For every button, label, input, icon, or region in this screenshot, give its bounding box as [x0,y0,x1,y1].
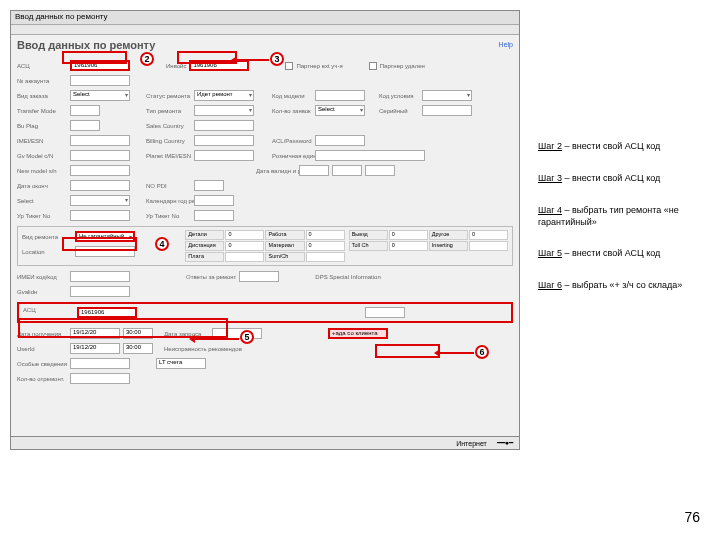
imeicode-label: ИМЕИ код/код [17,274,67,280]
transmode-input[interactable] [70,105,100,116]
calyear-label: Календарн год рем [146,198,191,204]
aclfw-input[interactable] [315,135,365,146]
ordertype-select[interactable]: Select [70,90,130,101]
step-2-text: Шаг 2 – внести свой АСЦ код [538,140,660,152]
extra-input1[interactable] [365,307,405,318]
userid-input[interactable]: 19/12/20 [70,343,120,354]
step-2-body: – внести свой АСЦ код [562,141,660,151]
pdateof-input3[interactable] [365,165,395,176]
step-6-body: – выбрать «+ з/ч со склада» [562,280,682,290]
pticket-input[interactable] [70,210,130,221]
statusbar-internet: Интернет [456,440,487,447]
topasc-input[interactable]: 1961906 [77,307,137,318]
gvmodel-input[interactable] [70,150,130,161]
step-5-text: Шаг 5 – внести свой АСЦ код [538,247,660,259]
th-toll: Toll Ch [349,241,388,251]
step-3-text: Шаг 3 – внести свой АСЦ код [538,172,660,184]
imei-input[interactable] [70,135,130,146]
deleted-chk[interactable] [369,62,377,70]
status-select[interactable]: Идет ремонт [194,90,254,101]
cost-table2: Выезд 0 Другое 0 Toll Ch 0 Inserting [349,230,508,251]
serial-input[interactable] [422,105,472,116]
annotation-5-highlight [18,318,228,338]
td-3-1 [225,252,264,262]
dateend-input[interactable] [70,180,130,191]
add-button[interactable]: +ада со клиента [328,328,388,339]
special2-label: Особые сведения [17,361,67,367]
nopdi-input[interactable] [194,180,224,191]
repairtype-select[interactable] [194,105,254,116]
nopdi-label: NO PDI [146,183,191,189]
ptwindow-input[interactable] [315,150,425,161]
annotation-5-arrow [195,338,239,340]
gvalid-input[interactable] [70,286,130,297]
annotation-6-arrow [440,352,474,354]
select-select[interactable] [70,195,130,206]
annotation-2-bubble: 2 [140,52,154,66]
pdateof-input1[interactable] [299,165,329,176]
help-link[interactable]: Help [499,41,513,48]
annotation-5-bubble: 5 [240,330,254,344]
repairtype-label: Тип ремонта [146,108,191,114]
salescountry-input[interactable] [194,120,254,131]
gvmodel-label: Gv Model c/N [17,153,67,159]
annotation-3-arrow [237,59,269,61]
breakd-label: Неисправность рекомендов [164,346,242,352]
userid-label: UserId [17,346,67,352]
ptwindow-label: Розничная единица [272,153,312,159]
pticket-label: Ур Тикет No [17,213,67,219]
app-window: Ввод данных по ремонту Ввод данных по ре… [10,10,520,445]
planet-input[interactable] [194,150,254,161]
annotation-4-bubble: 4 [155,237,169,251]
buplag-label: Bu Plag [17,123,67,129]
toolbar [11,25,519,35]
status-label: Статус ремонта [146,93,191,99]
salesqty-label: Кол-во заявок [272,108,312,114]
pdateof-input2[interactable] [332,165,362,176]
kodmodel-input[interactable] [315,90,365,101]
countrepair-input[interactable] [70,373,130,384]
buplag-input[interactable] [70,120,100,131]
statusbar-zoom-indicator: ━━●━ [497,439,513,447]
kodmodel-label: Код модели [272,93,312,99]
salesqty-select[interactable]: Select [315,105,365,116]
special2-input[interactable] [70,358,130,369]
td2-2: 0 [469,230,508,240]
ltcount-btn[interactable]: LT счета [156,358,206,369]
td-2-2: 0 [306,241,345,251]
billcountry-input[interactable] [194,135,254,146]
pdateof-label: Дата валидн и ремонта [256,168,296,174]
urticket-input[interactable] [194,210,234,221]
th-exit: Выезд [349,230,388,240]
deleted-chk-label: Партнер удален [380,63,425,69]
th-other: Другое [429,230,468,240]
answer-label: Ответы за ремонт [186,274,236,280]
account-input[interactable] [70,75,130,86]
planet-label: Planet IMEI/ESN [146,153,191,159]
koduslovia-label: Код условия [379,93,419,99]
titlebar: Ввод данных по ремонту [11,11,519,25]
step-2-bold: Шаг 2 [538,141,562,151]
calyear-input[interactable] [194,195,234,206]
td-3-2 [306,252,345,262]
partner-chk-label: Партнер ext уч-я [296,63,342,69]
special-label: DPS Special Information [315,274,380,280]
th-details: Детали [185,230,224,240]
asc-label: АСЦ [17,63,67,69]
td2-1: 0 [389,230,428,240]
newmodel-input[interactable] [70,165,130,176]
annotation-4-highlight [62,237,137,251]
th-plata: Плата [185,252,224,262]
answer-input[interactable] [239,271,279,282]
partner-chk[interactable] [285,62,293,70]
koduslovia-select[interactable] [422,90,472,101]
imeicode-input[interactable] [70,271,130,282]
step-4-bold: Шаг 4 [538,205,562,215]
statusbar: Интернет ━━●━ [10,436,520,450]
step-3-bold: Шаг 3 [538,173,562,183]
step-3-body: – внести свой АСЦ код [562,173,660,183]
newmodel-label: New model s/n [17,168,67,174]
ordertype-label: Вид заказа [17,93,67,99]
td-2-1: 0 [225,241,264,251]
time2-input[interactable]: 30:00 [123,343,153,354]
